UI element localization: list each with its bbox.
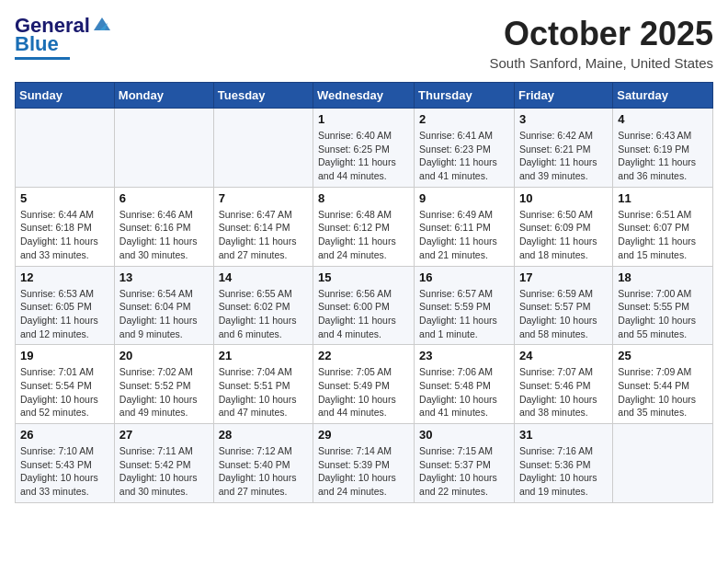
day-info: Sunrise: 6:42 AM Sunset: 6:21 PM Dayligh… [519, 129, 608, 183]
day-number: 27 [119, 428, 209, 442]
day-number: 9 [419, 191, 509, 205]
logo-blue: Blue [15, 33, 59, 55]
day-of-week-tuesday: Tuesday [213, 83, 313, 109]
day-number: 1 [318, 112, 409, 126]
day-number: 31 [519, 428, 608, 442]
calendar-cell: 17Sunrise: 6:59 AM Sunset: 5:57 PM Dayli… [514, 266, 612, 345]
calendar-cell: 23Sunrise: 7:06 AM Sunset: 5:48 PM Dayli… [415, 345, 515, 424]
day-number: 3 [519, 112, 608, 126]
day-info: Sunrise: 6:43 AM Sunset: 6:19 PM Dayligh… [618, 129, 708, 183]
day-number: 28 [219, 428, 308, 442]
day-info: Sunrise: 6:55 AM Sunset: 6:02 PM Dayligh… [219, 287, 308, 341]
day-info: Sunrise: 6:46 AM Sunset: 6:16 PM Dayligh… [119, 208, 209, 262]
calendar-cell: 29Sunrise: 7:14 AM Sunset: 5:39 PM Dayli… [313, 424, 415, 503]
calendar-cell: 22Sunrise: 7:05 AM Sunset: 5:49 PM Dayli… [313, 345, 415, 424]
day-number: 10 [519, 191, 608, 205]
calendar-cell: 9Sunrise: 6:49 AM Sunset: 6:11 PM Daylig… [415, 187, 515, 266]
calendar-cell: 26Sunrise: 7:10 AM Sunset: 5:43 PM Dayli… [16, 424, 115, 503]
calendar-table: SundayMondayTuesdayWednesdayThursdayFrid… [15, 82, 713, 503]
day-number: 23 [419, 349, 509, 362]
day-info: Sunrise: 6:49 AM Sunset: 6:11 PM Dayligh… [419, 208, 509, 262]
day-info: Sunrise: 7:05 AM Sunset: 5:49 PM Dayligh… [318, 365, 409, 419]
calendar-cell: 27Sunrise: 7:11 AM Sunset: 5:42 PM Dayli… [114, 424, 213, 503]
day-of-week-thursday: Thursday [415, 83, 515, 109]
title-block: October 2025 South Sanford, Maine, Unite… [490, 15, 713, 71]
page-header: General Blue October 2025 South Sanford,… [15, 15, 713, 71]
calendar-cell: 30Sunrise: 7:15 AM Sunset: 5:37 PM Dayli… [415, 424, 515, 503]
day-number: 29 [318, 428, 409, 442]
day-info: Sunrise: 7:15 AM Sunset: 5:37 PM Dayligh… [419, 444, 509, 499]
calendar-cell: 15Sunrise: 6:56 AM Sunset: 6:00 PM Dayli… [313, 266, 415, 345]
calendar-cell: 2Sunrise: 6:41 AM Sunset: 6:23 PM Daylig… [415, 109, 515, 188]
day-number: 17 [519, 270, 608, 284]
calendar-cell: 24Sunrise: 7:07 AM Sunset: 5:46 PM Dayli… [514, 345, 612, 424]
day-info: Sunrise: 7:01 AM Sunset: 5:54 PM Dayligh… [20, 365, 109, 419]
week-row-2: 5Sunrise: 6:44 AM Sunset: 6:18 PM Daylig… [16, 187, 713, 266]
calendar-cell: 25Sunrise: 7:09 AM Sunset: 5:44 PM Dayli… [613, 345, 713, 424]
calendar-cell: 18Sunrise: 7:00 AM Sunset: 5:55 PM Dayli… [613, 266, 713, 345]
calendar-cell: 8Sunrise: 6:48 AM Sunset: 6:12 PM Daylig… [313, 187, 415, 266]
calendar-cell: 13Sunrise: 6:54 AM Sunset: 6:04 PM Dayli… [114, 266, 213, 345]
calendar-cell: 12Sunrise: 6:53 AM Sunset: 6:05 PM Dayli… [16, 266, 115, 345]
day-number: 15 [318, 270, 409, 284]
day-info: Sunrise: 7:07 AM Sunset: 5:46 PM Dayligh… [519, 365, 608, 419]
day-number: 8 [318, 191, 409, 205]
day-number: 5 [20, 191, 109, 205]
day-info: Sunrise: 6:40 AM Sunset: 6:25 PM Dayligh… [318, 129, 409, 183]
day-of-week-friday: Friday [514, 83, 612, 109]
calendar-cell: 4Sunrise: 6:43 AM Sunset: 6:19 PM Daylig… [613, 109, 713, 188]
calendar-cell: 14Sunrise: 6:55 AM Sunset: 6:02 PM Dayli… [213, 266, 313, 345]
logo-icon [92, 14, 112, 34]
day-info: Sunrise: 7:11 AM Sunset: 5:42 PM Dayligh… [119, 444, 209, 499]
day-info: Sunrise: 6:41 AM Sunset: 6:23 PM Dayligh… [419, 129, 509, 183]
calendar-cell: 3Sunrise: 6:42 AM Sunset: 6:21 PM Daylig… [514, 109, 612, 188]
day-number: 14 [219, 270, 308, 284]
day-info: Sunrise: 7:12 AM Sunset: 5:40 PM Dayligh… [219, 444, 308, 499]
day-number: 12 [20, 270, 109, 284]
day-number: 13 [119, 270, 209, 284]
calendar-cell: 31Sunrise: 7:16 AM Sunset: 5:36 PM Dayli… [514, 424, 612, 503]
calendar-cell [213, 109, 313, 188]
day-info: Sunrise: 6:56 AM Sunset: 6:00 PM Dayligh… [318, 287, 409, 341]
week-row-4: 19Sunrise: 7:01 AM Sunset: 5:54 PM Dayli… [16, 345, 713, 424]
month-title: October 2025 [490, 15, 713, 53]
day-info: Sunrise: 7:10 AM Sunset: 5:43 PM Dayligh… [20, 444, 109, 499]
calendar-cell: 1Sunrise: 6:40 AM Sunset: 6:25 PM Daylig… [313, 109, 415, 188]
day-info: Sunrise: 7:02 AM Sunset: 5:52 PM Dayligh… [119, 365, 209, 419]
week-row-1: 1Sunrise: 6:40 AM Sunset: 6:25 PM Daylig… [16, 109, 713, 188]
day-number: 2 [419, 112, 509, 126]
calendar-cell: 10Sunrise: 6:50 AM Sunset: 6:09 PM Dayli… [514, 187, 612, 266]
day-info: Sunrise: 7:09 AM Sunset: 5:44 PM Dayligh… [618, 365, 708, 419]
calendar-cell [114, 109, 213, 188]
days-header-row: SundayMondayTuesdayWednesdayThursdayFrid… [16, 83, 713, 109]
day-info: Sunrise: 6:59 AM Sunset: 5:57 PM Dayligh… [519, 287, 608, 341]
day-info: Sunrise: 6:44 AM Sunset: 6:18 PM Dayligh… [20, 208, 109, 262]
day-info: Sunrise: 6:47 AM Sunset: 6:14 PM Dayligh… [219, 208, 308, 262]
day-number: 26 [20, 428, 109, 442]
day-number: 30 [419, 428, 509, 442]
calendar-cell: 16Sunrise: 6:57 AM Sunset: 5:59 PM Dayli… [415, 266, 515, 345]
day-number: 20 [119, 349, 209, 362]
day-of-week-sunday: Sunday [16, 83, 115, 109]
location-subtitle: South Sanford, Maine, United States [490, 55, 713, 71]
day-info: Sunrise: 7:04 AM Sunset: 5:51 PM Dayligh… [219, 365, 308, 419]
day-info: Sunrise: 7:16 AM Sunset: 5:36 PM Dayligh… [519, 444, 608, 499]
day-info: Sunrise: 6:57 AM Sunset: 5:59 PM Dayligh… [419, 287, 509, 341]
logo: General Blue [15, 15, 112, 60]
week-row-5: 26Sunrise: 7:10 AM Sunset: 5:43 PM Dayli… [16, 424, 713, 503]
day-number: 7 [219, 191, 308, 205]
day-info: Sunrise: 7:00 AM Sunset: 5:55 PM Dayligh… [618, 287, 708, 341]
calendar-cell: 20Sunrise: 7:02 AM Sunset: 5:52 PM Dayli… [114, 345, 213, 424]
calendar-cell: 28Sunrise: 7:12 AM Sunset: 5:40 PM Dayli… [213, 424, 313, 503]
day-number: 4 [618, 112, 708, 126]
calendar-cell: 11Sunrise: 6:51 AM Sunset: 6:07 PM Dayli… [613, 187, 713, 266]
day-number: 18 [618, 270, 708, 284]
day-info: Sunrise: 6:53 AM Sunset: 6:05 PM Dayligh… [20, 287, 109, 341]
day-info: Sunrise: 6:54 AM Sunset: 6:04 PM Dayligh… [119, 287, 209, 341]
day-number: 19 [20, 349, 109, 362]
week-row-3: 12Sunrise: 6:53 AM Sunset: 6:05 PM Dayli… [16, 266, 713, 345]
calendar-cell [613, 424, 713, 503]
day-number: 21 [219, 349, 308, 362]
calendar-cell: 5Sunrise: 6:44 AM Sunset: 6:18 PM Daylig… [16, 187, 115, 266]
day-number: 6 [119, 191, 209, 205]
